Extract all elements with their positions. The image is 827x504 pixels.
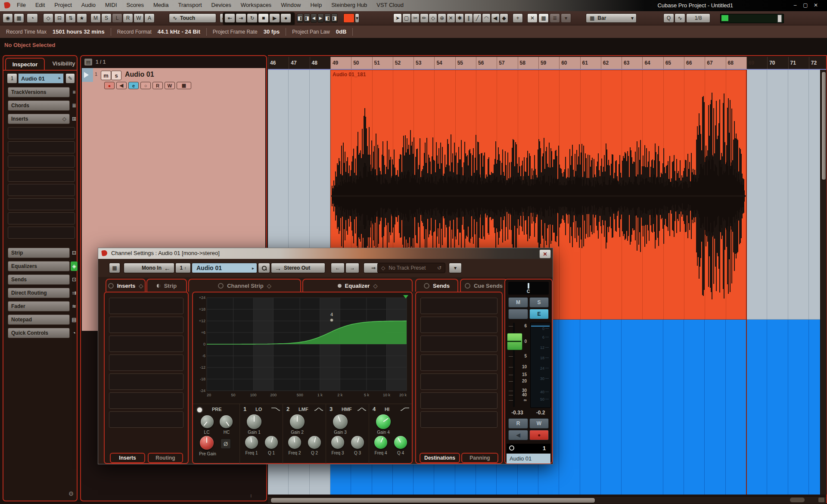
record-icon[interactable]: ●: [280, 13, 291, 23]
gain-3-knob[interactable]: [333, 414, 348, 429]
lc-knob[interactable]: [201, 415, 214, 428]
channel-number-spinner[interactable]: 1↕: [175, 263, 191, 273]
q-3-knob[interactable]: [351, 436, 364, 449]
output-row[interactable]: 1: [507, 444, 550, 453]
channel-overview-button[interactable]: ▦: [109, 263, 120, 273]
vertical-scrollbar-handle[interactable]: [821, 72, 826, 180]
maximize-icon[interactable]: ▢: [800, 1, 811, 9]
quick-controls-icon[interactable]: ◔: [71, 328, 78, 338]
gain-2-knob[interactable]: [290, 414, 305, 429]
insert-slot[interactable]: [109, 336, 183, 352]
sends-bottom-tab-destinations[interactable]: Destinations: [420, 453, 460, 463]
hc-knob[interactable]: [220, 415, 233, 428]
inserts-bottom-tab-routing[interactable]: Routing: [148, 453, 183, 463]
send-slot[interactable]: [420, 317, 497, 333]
tab-cue-sends[interactable]: Cue Sends: [460, 279, 507, 292]
menu-help[interactable]: Help: [305, 0, 326, 10]
stop-icon[interactable]: ■: [258, 13, 269, 23]
inspector-section-direct-routing[interactable]: Direct Routing⇉: [3, 288, 77, 298]
preset-refresh-icon[interactable]: ↺: [437, 265, 441, 271]
scrollbar-corner-button[interactable]: [818, 498, 824, 502]
track-lanes-button[interactable]: ▦: [177, 82, 191, 89]
toolbar-m-button[interactable]: M: [90, 13, 101, 23]
preset-menu-button[interactable]: ▾: [449, 263, 462, 273]
previous-channel-button[interactable]: ←: [331, 263, 345, 273]
status-value[interactable]: 0dB: [336, 28, 347, 35]
insert-slot[interactable]: [109, 411, 183, 428]
snap-type-icon[interactable]: ▦: [538, 13, 549, 23]
strip-mute-button[interactable]: M: [508, 297, 528, 308]
channel-settings-icon[interactable]: ⇅: [65, 13, 76, 23]
play-icon[interactable]: ▶: [269, 13, 280, 23]
track-monitor-button[interactable]: ◀: [116, 82, 127, 89]
track-freeze-button[interactable]: ○: [140, 82, 151, 89]
eq-menu-icon[interactable]: [403, 295, 408, 299]
minimize-icon[interactable]: –: [790, 1, 800, 9]
next-channel-button[interactable]: →: [345, 263, 359, 273]
vertical-scrollbar[interactable]: [820, 70, 827, 495]
tab-channel-strip[interactable]: Channel Strip◇: [188, 279, 301, 292]
insert-slot[interactable]: [109, 317, 183, 333]
status-value[interactable]: 30 fps: [264, 28, 280, 35]
inspector-section-equalizers[interactable]: Equalizers◈: [3, 261, 77, 271]
inspector-section-strip[interactable]: Strip⊟: [3, 248, 77, 258]
menu-vst-cloud[interactable]: VST Cloud: [372, 0, 408, 10]
strip-channel-name-field[interactable]: Audio 01: [507, 454, 550, 464]
menu-audio[interactable]: Audio: [77, 0, 100, 10]
eq-bypass-button[interactable]: [197, 408, 202, 412]
curve-tool-icon[interactable]: ◠: [482, 13, 491, 23]
input-routing-select[interactable]: Mono In←: [124, 263, 174, 273]
inspector-section-notepad[interactable]: Notepad▤: [3, 314, 77, 325]
track-solo-button[interactable]: s: [111, 71, 121, 80]
strip-record-button[interactable]: ●: [529, 430, 549, 440]
pre-gain-knob[interactable]: [200, 436, 214, 450]
color-menu-icon[interactable]: ▾: [355, 13, 359, 23]
output-routing-select[interactable]: →Stereo Out: [271, 263, 325, 273]
menu-file[interactable]: File: [12, 0, 31, 10]
toolbar-w-button[interactable]: W: [134, 13, 144, 23]
toolbar-s-button[interactable]: S: [101, 13, 112, 23]
strip-read-button[interactable]: R: [508, 418, 528, 429]
activate-project-icon[interactable]: ◉: [3, 13, 13, 23]
marker-icon[interactable]: ★: [77, 13, 87, 23]
trackversions-icon[interactable]: ≡: [71, 87, 78, 97]
color-tool-icon[interactable]: ◆: [500, 13, 508, 23]
inspector-insert-slot[interactable]: [8, 227, 75, 239]
menu-window[interactable]: Window: [276, 0, 305, 10]
tab-sends[interactable]: Sends: [415, 279, 458, 292]
mute-tool-icon[interactable]: ✕: [447, 13, 455, 23]
inspector-tab-inspector[interactable]: Inspector: [5, 58, 45, 70]
inspector-section-fader[interactable]: Fader≋: [3, 301, 77, 311]
freq-1-knob[interactable]: [245, 436, 258, 449]
inspector-insert-slot[interactable]: [8, 198, 75, 210]
go-to-start-icon[interactable]: ⇤: [224, 13, 235, 23]
notepad-icon[interactable]: ▤: [71, 314, 78, 325]
strip-write-button[interactable]: W: [529, 418, 549, 429]
trim-right-icon[interactable]: ◨: [331, 13, 338, 23]
channel-search-button[interactable]: [258, 263, 270, 273]
constrain-delay-icon[interactable]: ◇: [43, 13, 53, 23]
crosshair-icon[interactable]: +: [513, 13, 523, 23]
inspector-section-chords[interactable]: Chords≣: [3, 100, 77, 111]
snap-menu-icon[interactable]: ▾: [561, 13, 571, 23]
fader-icon[interactable]: ≋: [71, 301, 78, 311]
nudge-right-icon[interactable]: ►: [317, 13, 324, 23]
horizontal-scrollbar[interactable]: [268, 496, 826, 504]
color-picker-swatch[interactable]: [343, 13, 354, 23]
eq-curve-display[interactable]: +24+18+12+60-6-12-18-2420501002005001 k2…: [196, 294, 408, 400]
phase-invert-button[interactable]: Ø: [221, 439, 231, 449]
time-warp-tool-icon[interactable]: ∥: [464, 13, 473, 23]
track-mute-button[interactable]: m: [101, 71, 111, 80]
inspector-track-number[interactable]: 1: [7, 73, 17, 84]
nudge-right-fill-icon[interactable]: ◨: [304, 13, 310, 23]
inspector-insert-slot[interactable]: [8, 184, 75, 196]
pan-control[interactable]: C: [508, 282, 549, 295]
split-tool-icon[interactable]: ✂: [411, 13, 420, 23]
cycle-icon[interactable]: ↻: [247, 13, 258, 23]
inspector-section-quick-controls[interactable]: Quick Controls◔: [3, 328, 77, 338]
track-zoom-controls[interactable]: ↕: [250, 493, 257, 499]
inspector-settings-gear-icon[interactable]: ⚙: [67, 490, 75, 498]
track-list-config-icon[interactable]: ▤: [84, 59, 92, 65]
dialog-titlebar[interactable]: Channel Settings : Audio 01 [mono->stere…: [98, 248, 553, 259]
freq-2-knob[interactable]: [288, 436, 301, 449]
